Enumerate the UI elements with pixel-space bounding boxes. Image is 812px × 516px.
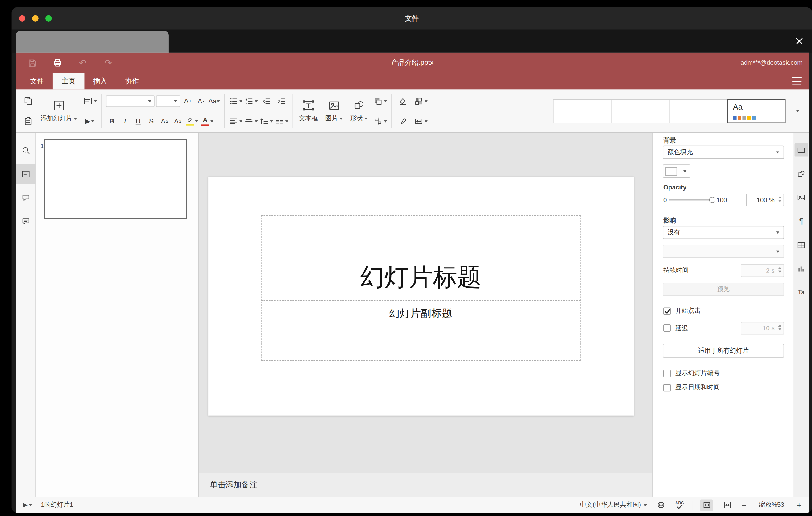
- strikethrough-icon[interactable]: S: [146, 114, 157, 128]
- paste-icon[interactable]: [21, 114, 34, 128]
- paragraph-settings-icon[interactable]: ¶: [794, 214, 808, 228]
- tab-home[interactable]: 主页: [53, 73, 85, 90]
- bold-icon[interactable]: B: [106, 114, 118, 128]
- superscript-icon[interactable]: A2: [158, 114, 170, 128]
- spellcheck-icon[interactable]: ABC: [675, 501, 684, 509]
- opacity-row: 0 100 100 %: [663, 193, 784, 206]
- fit-slide-icon[interactable]: [700, 499, 713, 511]
- theme-tile-1[interactable]: [553, 99, 612, 123]
- color-scheme-icon[interactable]: [414, 94, 428, 108]
- textart-settings-icon[interactable]: Ta: [794, 285, 808, 299]
- tab-insert[interactable]: 插入: [84, 73, 116, 90]
- comments-icon[interactable]: [16, 188, 35, 208]
- show-slide-number-checkbox[interactable]: [663, 369, 671, 377]
- mac-window: 文件 ↶ ↷ 产品介绍.pptx adm**: [12, 7, 812, 513]
- print-icon[interactable]: [52, 57, 63, 69]
- undo-icon[interactable]: ↶: [77, 57, 89, 69]
- arrange-icon[interactable]: [373, 94, 387, 108]
- increase-indent-icon[interactable]: [274, 94, 288, 108]
- effect-select[interactable]: 没有: [663, 226, 784, 239]
- textbox-button[interactable]: 文本框: [295, 92, 321, 130]
- slide-layout-icon[interactable]: [83, 94, 97, 108]
- bullets-icon[interactable]: [229, 94, 242, 108]
- theme-tile-2[interactable]: [611, 99, 670, 123]
- image-button[interactable]: 图片: [322, 92, 346, 130]
- subtitle-placeholder[interactable]: 幻灯片副标题: [261, 302, 581, 361]
- notes-area[interactable]: 单击添加备注: [199, 472, 652, 497]
- start-slideshow-status-button[interactable]: ▶: [23, 502, 32, 508]
- chart-settings-icon[interactable]: [794, 262, 808, 275]
- close-traffic-light[interactable]: [19, 16, 26, 22]
- line-spacing-icon[interactable]: [259, 114, 273, 128]
- fill-color-select[interactable]: [663, 165, 690, 178]
- minimize-traffic-light[interactable]: [32, 16, 38, 22]
- apply-to-all-button[interactable]: 适用于所有幻灯片: [663, 344, 784, 357]
- slider-knob[interactable]: [709, 197, 716, 203]
- start-on-click-checkbox[interactable]: [663, 307, 671, 315]
- search-icon[interactable]: [16, 140, 35, 161]
- close-icon[interactable]: [794, 36, 805, 46]
- zoom-in-icon[interactable]: +: [797, 501, 802, 509]
- chevron-down-icon: [776, 151, 779, 153]
- clear-style-icon[interactable]: [396, 94, 410, 108]
- slide[interactable]: 幻灯片标题 幻灯片副标题: [208, 177, 634, 416]
- columns-icon[interactable]: [274, 114, 288, 128]
- vertical-align-icon[interactable]: [244, 114, 258, 128]
- show-datetime-checkbox[interactable]: [663, 383, 671, 391]
- slide-size-icon[interactable]: [414, 114, 428, 128]
- show-slide-number-row: 显示幻灯片编号: [663, 369, 784, 378]
- change-case-icon[interactable]: Aa: [208, 94, 220, 108]
- slide-settings-panel: 背景 颜色填充 Opacity 0 100 100 % 影响 没有 持续时间 2…: [652, 133, 793, 497]
- table-settings-icon[interactable]: [794, 238, 808, 252]
- chat-icon[interactable]: [16, 211, 35, 231]
- spinner-icon[interactable]: [778, 196, 781, 202]
- slide-thumbnail[interactable]: [45, 139, 187, 220]
- align-shapes-icon[interactable]: [373, 114, 387, 128]
- tab-collaboration[interactable]: 协作: [116, 73, 148, 90]
- numbering-icon[interactable]: [244, 94, 258, 108]
- status-divider: [692, 501, 693, 509]
- fit-width-icon[interactable]: [721, 499, 734, 511]
- opacity-input[interactable]: 100 %: [746, 193, 784, 206]
- save-icon[interactable]: [26, 57, 38, 69]
- subscript-icon[interactable]: A2: [172, 114, 183, 128]
- slides-panel-icon[interactable]: [16, 164, 35, 184]
- chevron-down-icon: [643, 504, 647, 506]
- italic-icon[interactable]: I: [119, 114, 131, 128]
- font-size-combo[interactable]: [156, 95, 180, 107]
- copy-icon[interactable]: [21, 94, 34, 108]
- font-name-combo[interactable]: [106, 95, 154, 107]
- fullscreen-traffic-light[interactable]: [45, 16, 52, 22]
- font-color-icon[interactable]: A: [200, 114, 214, 128]
- opacity-slider[interactable]: [669, 196, 715, 203]
- start-slideshow-icon[interactable]: ▶: [83, 114, 96, 128]
- tab-file[interactable]: 文件: [21, 73, 53, 90]
- image-settings-icon[interactable]: [794, 191, 808, 204]
- fill-type-select[interactable]: 颜色填充: [663, 146, 784, 159]
- shape-button[interactable]: 形状: [346, 92, 371, 130]
- slide-settings-icon[interactable]: [794, 143, 808, 156]
- increase-font-icon[interactable]: A+: [182, 94, 194, 108]
- language-selector[interactable]: 中文(中华人民共和国): [580, 500, 647, 510]
- zoom-out-icon[interactable]: −: [742, 501, 746, 509]
- editor-header: ↶ ↷ 产品介绍.pptx adm***@dootask.com 文件 主页 插…: [16, 53, 809, 90]
- more-themes-button[interactable]: [790, 99, 806, 123]
- menu-icon[interactable]: [792, 77, 802, 85]
- shape-settings-icon[interactable]: [794, 167, 808, 180]
- set-language-globe-icon[interactable]: [655, 499, 667, 511]
- highlight-color-icon[interactable]: [185, 114, 199, 128]
- duration-label: 持续时间: [663, 266, 689, 275]
- delay-checkbox[interactable]: [663, 324, 671, 332]
- underline-icon[interactable]: U: [132, 114, 144, 128]
- theme-tile-3[interactable]: [669, 99, 728, 123]
- redo-icon[interactable]: ↷: [103, 57, 114, 69]
- theme-tile-selected[interactable]: Aa: [727, 99, 786, 123]
- add-slide-button[interactable]: 添加幻灯片: [37, 92, 81, 130]
- copy-style-icon[interactable]: [396, 114, 410, 128]
- decrease-font-icon[interactable]: A-: [195, 94, 207, 108]
- horizontal-align-icon[interactable]: [229, 114, 242, 128]
- title-placeholder[interactable]: 幻灯片标题: [261, 215, 581, 300]
- chevron-down-icon: [776, 231, 779, 233]
- chevron-down-icon: [384, 120, 387, 122]
- decrease-indent-icon[interactable]: [259, 94, 273, 108]
